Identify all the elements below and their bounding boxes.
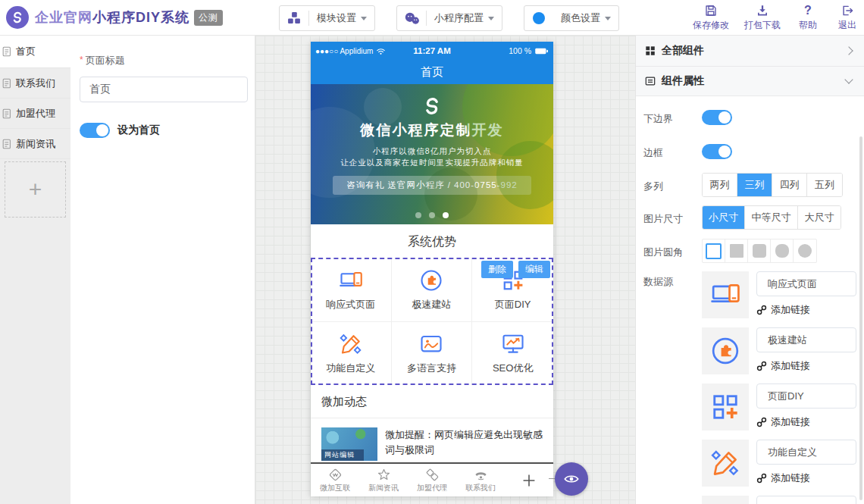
phone-status-bar: ●●●○○ Applidium 11:27 AM 100 % [311,42,553,60]
data-name-input[interactable] [756,496,856,504]
app-title-primary: 企业官网 [35,10,92,25]
selection-badges: 删除 编辑 [481,261,550,278]
pencil-icon [711,449,740,477]
add-link-button[interactable]: 添加链接 [756,359,810,373]
image-radius-label: 图片圆角 [643,246,683,259]
page-item-contact[interactable]: 联系我们 [0,68,70,99]
color-dot-icon [524,12,553,24]
columns-option-3-selected[interactable]: 三列 [737,174,772,196]
grid-cell-multilang[interactable]: 多语言支持 [392,322,473,385]
tab-agency[interactable]: 加盟代理 [408,464,456,496]
columns-option-4[interactable]: 四列 [772,174,807,196]
news-thumbnail: 网站编辑 [321,427,377,461]
grid-cell-custom[interactable]: 功能自定义 [311,322,392,385]
data-name-input[interactable] [756,440,856,465]
news-headline: 微加提醒：网页编辑应避免出现敏感词与极限词 [385,427,543,462]
radius-option-rounded[interactable] [748,239,771,262]
edit-component-button[interactable]: 编辑 [518,261,550,278]
radius-option-more-rounded[interactable] [771,239,794,262]
bottom-border-toggle[interactable] [702,110,732,125]
add-page-button[interactable]: + [5,161,66,218]
radius-option-square[interactable] [725,239,748,262]
pagination-dot[interactable] [415,212,421,218]
inspector-scrollbar[interactable] [859,136,862,500]
news-section-title: 微加动态 [311,385,553,418]
pagination-dot[interactable] [429,212,435,218]
page-item-label: 加盟代理 [16,107,55,121]
link-icon [756,473,767,484]
page-item-news[interactable]: 新闻资讯 [0,129,70,159]
phone-nav-title: 首页 [421,65,443,80]
status-battery: 100 % [471,46,549,55]
miniapp-config-menu-button[interactable]: 小程序配置 [396,5,502,31]
modules-menu-label: 模块设置 [309,11,361,25]
border-toggle[interactable] [702,144,732,159]
miniapp-config-label: 小程序配置 [427,11,488,25]
download-button[interactable]: 打包下载 [744,4,781,32]
app-logo-icon [6,6,29,29]
delete-component-button[interactable]: 删除 [481,261,513,278]
pagination-dot-active[interactable] [443,212,449,218]
grid-cell-responsive[interactable]: 响应式页面 [311,259,392,322]
news-thumb-caption: 网站编辑 [321,449,364,461]
pencil-icon [340,333,362,355]
help-button[interactable]: ? 帮助 [796,4,820,32]
size-option-large[interactable]: 大尺寸 [798,206,841,229]
props-list-icon [645,76,656,86]
grid-cell-fast-build[interactable]: 极速建站 [392,259,473,322]
page-title-input[interactable] [80,77,248,102]
columns-option-5[interactable]: 五列 [807,174,842,196]
radius-option-circle[interactable] [794,239,816,262]
link-icon [756,305,767,315]
set-home-toggle[interactable] [80,123,110,138]
data-name-input[interactable] [756,271,856,296]
data-source-label: 数据源 [643,275,673,289]
tab-contact[interactable]: 联系我们 [456,464,505,496]
status-time: 11:27 AM [393,46,471,55]
cubes-icon [280,11,308,26]
data-thumb [702,383,749,430]
page-item-label: 首页 [16,45,36,58]
design-canvas: ●●●○○ Applidium 11:27 AM 100 % 首页 [255,36,635,504]
size-option-small-selected[interactable]: 小尺寸 [703,206,745,229]
preview-eye-button[interactable] [555,462,588,496]
plus-icon: + [29,177,42,202]
radius-option-none-selected[interactable] [703,239,725,262]
advantage-section-title: 系统优势 [311,224,553,259]
bottom-border-label: 下边界 [643,112,673,126]
save-button[interactable]: 保存修改 [693,4,729,32]
caret-down-icon [488,17,494,23]
add-link-button[interactable]: 添加链接 [756,303,810,317]
data-name-input[interactable] [756,383,856,409]
tab-news[interactable]: 新闻资讯 [359,464,408,496]
data-source-item-responsive: 添加链接 [702,271,857,318]
modules-menu-button[interactable]: 模块设置 [279,5,375,31]
tab-weijia[interactable]: 微加互联 [311,464,359,496]
add-link-button[interactable]: 添加链接 [756,471,810,485]
page-item-home[interactable]: 首页 [0,36,70,68]
size-option-medium[interactable]: 中等尺寸 [745,206,798,229]
data-name-input[interactable] [756,327,856,352]
news-list-item[interactable]: 网站编辑 微加提醒：网页编辑应避免出现敏感词与极限词 [311,418,553,462]
responsive-icon [340,269,362,292]
help-icon: ? [804,4,812,17]
border-label: 边框 [643,146,663,160]
exit-button[interactable]: 退出 [835,4,859,32]
page-item-agency[interactable]: 加盟代理 [0,99,70,129]
all-components-header[interactable]: 全部组件 [636,36,864,67]
component-props-header[interactable]: 组件属性 [636,67,864,96]
plus-icon [521,472,537,489]
banner-logo-icon [421,95,443,117]
phone-icon [474,468,488,482]
data-thumb [702,271,749,318]
columns-option-2[interactable]: 两列 [703,174,737,196]
color-settings-menu-button[interactable]: 颜色设置 [524,5,619,31]
chevron-right-icon [844,46,853,55]
responsive-icon [711,280,740,309]
image-radius-options [702,239,817,263]
grid-cell-seo[interactable]: SEO优化 [472,322,553,385]
data-thumb [702,496,749,504]
tab-add-button[interactable] [505,464,553,496]
banner-slide[interactable]: 微信小程序定制开发 小程序以微信8亿用户为切入点 让企业以及商家在短时间里实现提… [311,84,553,224]
add-link-button[interactable]: 添加链接 [756,415,810,429]
